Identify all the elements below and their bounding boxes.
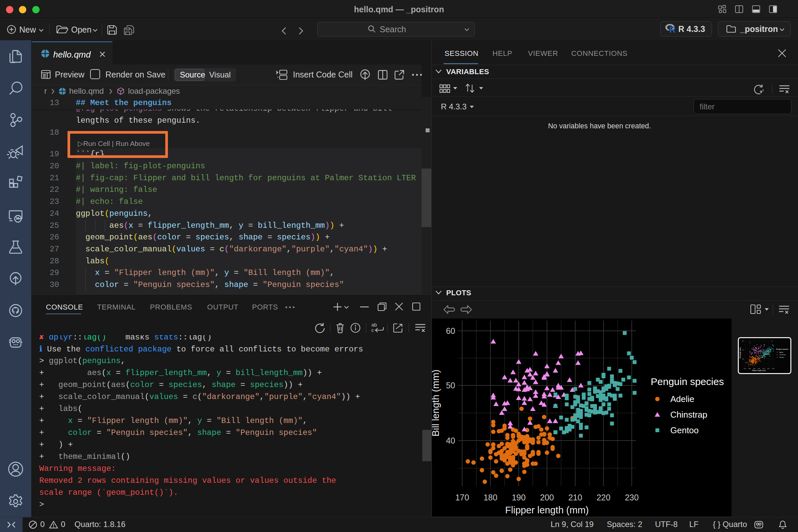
- svg-text:60: 60: [446, 326, 455, 336]
- svg-text:R: R: [669, 25, 676, 35]
- svg-text:220: 220: [596, 493, 610, 502]
- svg-text:210: 210: [568, 493, 582, 502]
- svg-text:Chinstrap: Chinstrap: [670, 410, 707, 420]
- svg-text:230: 230: [625, 493, 639, 502]
- svg-text:Adelie: Adelie: [670, 394, 694, 404]
- svg-text:170: 170: [455, 493, 469, 502]
- svg-text:50: 50: [446, 381, 455, 390]
- svg-text:Gentoo: Gentoo: [670, 425, 699, 435]
- svg-text:Flipper length (mm): Flipper length (mm): [505, 505, 589, 515]
- svg-text:c: c: [372, 327, 374, 333]
- svg-text:40: 40: [446, 436, 455, 445]
- svg-text:200: 200: [540, 493, 554, 502]
- svg-text:190: 190: [512, 493, 526, 502]
- svg-text:Penguin species: Penguin species: [651, 376, 724, 387]
- svg-text:ab: ab: [372, 322, 377, 327]
- svg-text:Bill length (mm): Bill length (mm): [431, 369, 441, 436]
- svg-text:180: 180: [483, 493, 497, 502]
